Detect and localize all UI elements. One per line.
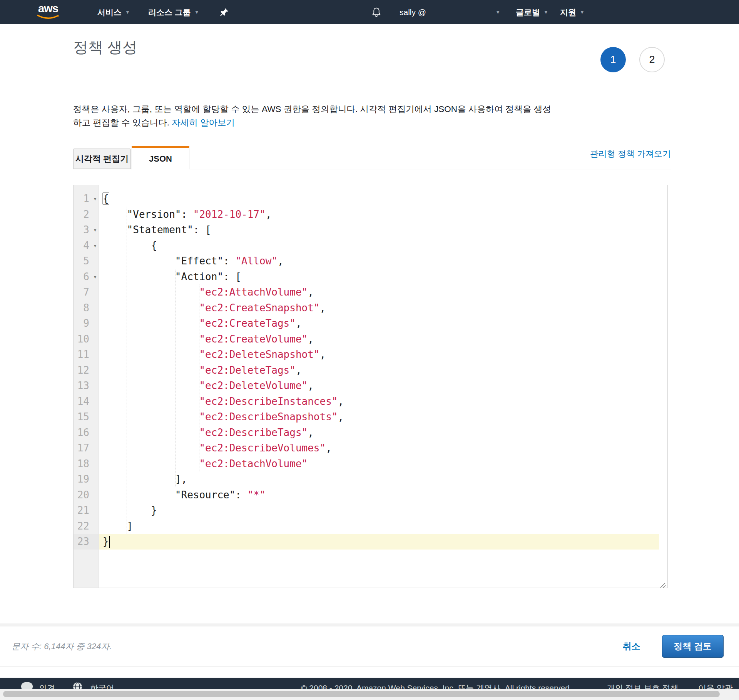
gutter-line-number: 23 — [74, 534, 99, 550]
gutter-line-number: 19 — [74, 471, 99, 487]
code-text: , — [308, 380, 314, 391]
code-text — [103, 411, 199, 423]
chevron-down-icon: ▼ — [543, 10, 548, 15]
code-text — [103, 396, 199, 407]
code-line[interactable]: "ec2:CreateTags", — [99, 316, 667, 331]
gutter-line-number: 8 — [74, 300, 99, 316]
fold-arrow-icon[interactable]: ▾ — [93, 238, 97, 254]
code-line[interactable]: "ec2:CreateVolume", — [99, 331, 667, 347]
fold-arrow-icon[interactable]: ▾ — [93, 191, 97, 207]
gutter-line-number: 11 — [74, 347, 99, 363]
resource-groups-menu-label: 리소스 그룹 — [148, 7, 191, 18]
code-line[interactable]: "ec2:DescribeTags", — [99, 425, 667, 441]
support-menu-label: 지원 — [560, 7, 576, 18]
resource-groups-menu[interactable]: 리소스 그룹 ▼ — [148, 0, 199, 24]
top-navbar: aws 서비스 ▼ 리소스 그룹 ▼ sally @ ▼ 글로벌 ▼ 지원 ▼ — [0, 0, 739, 24]
code-line[interactable]: "ec2:DeleteSnapshot", — [99, 347, 667, 363]
code-string: "ec2:CreateTags" — [199, 317, 295, 329]
editor-code[interactable]: { "Version": "2012-10-17", "Statement": … — [99, 185, 667, 588]
code-text — [103, 317, 199, 329]
code-line[interactable]: "Effect": "Allow", — [99, 253, 667, 269]
region-menu[interactable]: 글로벌 ▼ — [516, 0, 548, 24]
account-username: sally @ — [400, 8, 426, 17]
tab-visual-editor[interactable]: 시각적 편집기 — [73, 149, 131, 169]
page-description: 정책은 사용자, 그룹, 또는 역할에 할당할 수 있는 AWS 권한을 정의합… — [73, 102, 557, 129]
json-policy-editor[interactable]: 1▾23▾4▾56▾789101112131415161718192021222… — [73, 185, 668, 588]
aws-logo[interactable]: aws — [37, 3, 59, 20]
code-text: , — [338, 396, 344, 407]
tab-json[interactable]: JSON — [132, 146, 189, 169]
support-menu[interactable]: 지원 ▼ — [560, 0, 585, 24]
gutter-line-number: 2 — [74, 207, 99, 222]
notifications-bell-icon[interactable] — [371, 0, 382, 24]
editor-resize-handle[interactable] — [659, 580, 666, 586]
gutter-line-number: 20 — [74, 487, 99, 503]
gutter-line-number: 6▾ — [74, 269, 99, 285]
code-text — [103, 442, 199, 454]
gutter-line-number: 13 — [74, 378, 99, 394]
gutter-line-number: 14 — [74, 394, 99, 409]
code-text — [103, 333, 199, 345]
code-string: "ec2:AttachVolume" — [199, 286, 308, 298]
gutter-line-number: 5 — [74, 253, 99, 269]
code-line[interactable]: ], — [99, 471, 667, 487]
code-text: ], — [103, 473, 187, 485]
cancel-link[interactable]: 취소 — [623, 640, 640, 652]
gutter-line-number: 16 — [74, 425, 99, 441]
gutter-line-number: 17 — [74, 440, 99, 456]
code-string: "*" — [247, 489, 266, 501]
code-line[interactable]: { — [99, 238, 667, 254]
code-line[interactable]: } — [99, 534, 659, 550]
region-menu-label: 글로벌 — [516, 7, 540, 18]
review-policy-button[interactable]: 정책 검토 — [662, 635, 724, 658]
chevron-down-icon: ▼ — [495, 10, 500, 15]
code-text: "Effect": — [103, 255, 235, 267]
pin-icon[interactable] — [220, 0, 229, 24]
code-string: "ec2:DescribeSnapshots" — [199, 411, 338, 423]
import-managed-policy-link[interactable]: 관리형 정책 가져오기 — [590, 148, 671, 160]
code-line[interactable]: "ec2:DeleteTags", — [99, 363, 667, 378]
code-text: , — [266, 209, 272, 220]
gutter-line-number: 1▾ — [74, 191, 99, 207]
code-line[interactable]: "ec2:DescribeInstances", — [99, 394, 667, 409]
code-line[interactable]: "Statement": [ — [99, 222, 667, 238]
code-line[interactable]: "Resource": "*" — [99, 487, 667, 503]
editor-gutter: 1▾23▾4▾56▾789101112131415161718192021222… — [74, 185, 99, 588]
code-line[interactable]: "Action": [ — [99, 269, 667, 285]
code-text: } — [103, 536, 109, 547]
chevron-down-icon: ▼ — [194, 10, 199, 15]
code-line[interactable]: "ec2:CreateSnapshot", — [99, 300, 667, 316]
code-text: , — [320, 302, 326, 314]
code-text: , — [326, 442, 332, 454]
gutter-line-number: 7 — [74, 284, 99, 300]
code-line[interactable]: "ec2:DeleteVolume", — [99, 378, 667, 394]
code-string: "Allow" — [235, 255, 278, 267]
code-line[interactable]: "ec2:DescribeVolumes", — [99, 440, 667, 456]
horizontal-scrollbar-thumb[interactable] — [3, 691, 720, 697]
aws-logo-text: aws — [38, 3, 58, 14]
fold-arrow-icon[interactable]: ▾ — [93, 222, 97, 238]
step-indicator-2: 2 — [639, 47, 665, 72]
learn-more-link[interactable]: 자세히 알아보기 — [172, 118, 235, 127]
code-text: , — [308, 286, 314, 298]
account-menu[interactable]: sally @ ▼ — [400, 0, 500, 24]
code-text: "Resource": — [103, 489, 247, 501]
code-text: "Version": — [103, 209, 193, 220]
code-line[interactable]: { — [99, 191, 667, 207]
code-text — [103, 380, 199, 391]
code-line[interactable]: ] — [99, 518, 667, 534]
code-string: "ec2:DeleteSnapshot" — [199, 349, 319, 360]
code-text: , — [320, 349, 326, 360]
code-line[interactable]: "ec2:DetachVolume" — [99, 456, 667, 472]
code-string: "ec2:DescribeVolumes" — [199, 442, 326, 454]
fold-arrow-icon[interactable]: ▾ — [93, 269, 97, 285]
code-text: { — [102, 192, 109, 205]
gutter-line-number: 22 — [74, 518, 99, 534]
code-text — [103, 349, 199, 360]
services-menu[interactable]: 서비스 ▼ — [97, 0, 130, 24]
code-line[interactable]: "Version": "2012-10-17", — [99, 207, 667, 222]
code-line[interactable]: "ec2:AttachVolume", — [99, 284, 667, 300]
code-line[interactable]: "ec2:DescribeSnapshots", — [99, 409, 667, 425]
code-text: ] — [103, 520, 133, 532]
code-line[interactable]: } — [99, 503, 667, 518]
